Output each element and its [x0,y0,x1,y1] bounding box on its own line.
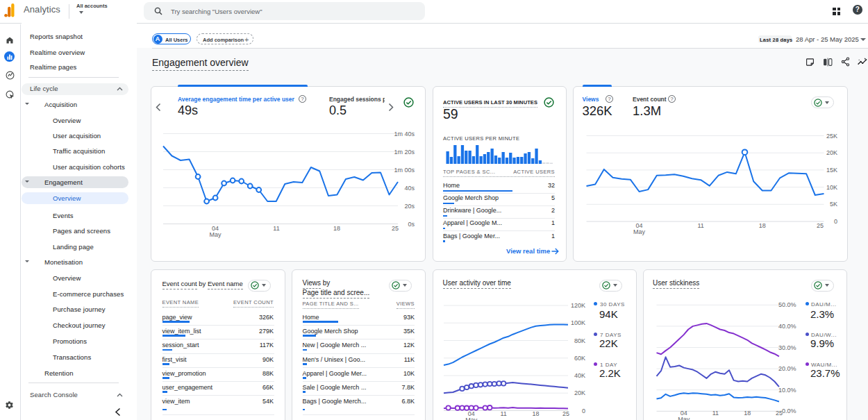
svg-text:11: 11 [712,410,718,417]
svg-text:20K: 20K [826,149,837,156]
svg-text:1m 40s: 1m 40s [394,130,415,137]
svg-text:0.0%: 0.0% [781,408,796,414]
svg-text:May: May [465,417,478,420]
svg-text:May: May [209,230,222,237]
svg-text:40K: 40K [574,372,585,379]
svg-text:20K: 20K [574,389,585,396]
svg-text:50.0%: 50.0% [778,301,796,308]
svg-text:25: 25 [562,410,569,417]
svg-text:40.0%: 40.0% [778,322,796,329]
svg-text:25: 25 [392,224,399,231]
svg-text:25: 25 [816,222,823,229]
svg-text:40s: 40s [404,184,415,191]
svg-text:0s: 0s [408,220,415,227]
svg-text:25: 25 [775,410,782,417]
svg-text:100K: 100K [571,319,585,326]
svg-text:80K: 80K [574,337,585,344]
svg-text:20.0%: 20.0% [778,365,796,372]
svg-text:18: 18 [533,410,540,417]
svg-text:20s: 20s [404,202,415,209]
svg-text:11: 11 [697,222,703,229]
svg-text:11: 11 [273,224,279,231]
svg-text:1m 00s: 1m 00s [394,166,415,173]
svg-text:May: May [633,228,645,235]
svg-text:10.0%: 10.0% [778,386,796,393]
svg-text:18: 18 [744,410,751,417]
svg-text:25K: 25K [826,132,837,139]
svg-text:30.0%: 30.0% [778,344,796,351]
svg-text:15K: 15K [826,166,837,173]
svg-text:18: 18 [333,224,340,231]
svg-text:5K: 5K [829,201,837,208]
svg-text:60K: 60K [574,354,585,361]
svg-text:120K: 120K [571,302,585,309]
svg-text:0: 0 [582,407,585,414]
svg-text:1m 20s: 1m 20s [394,148,415,155]
svg-text:10K: 10K [826,183,837,190]
svg-text:0: 0 [833,218,837,225]
svg-text:11: 11 [501,410,507,417]
svg-text:May: May [678,416,690,420]
svg-text:18: 18 [758,222,765,229]
